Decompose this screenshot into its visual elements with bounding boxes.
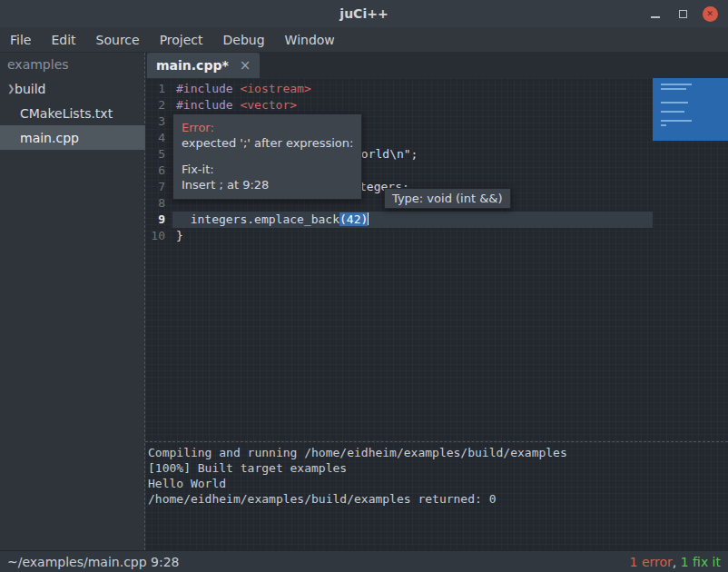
- fixit-count: 1 fix it: [681, 555, 721, 569]
- tree-item-label: CMakeLists.txt: [20, 106, 113, 121]
- tree-item-label: main.cpp: [20, 131, 79, 145]
- tab-label: main.cpp*: [156, 58, 229, 73]
- terminal-line: Hello World: [148, 476, 728, 491]
- map-code-line: [661, 124, 666, 126]
- line-number: 8: [145, 195, 172, 212]
- tree-item-main-cpp[interactable]: main.cpp: [0, 125, 145, 150]
- titlebar[interactable]: juCi++ ✕: [0, 0, 728, 27]
- code-editor[interactable]: 1#include <iostream>2#include <vector>34…: [145, 78, 728, 441]
- menu-file[interactable]: File: [0, 27, 41, 52]
- error-message: expected ';' after expression:: [182, 135, 353, 151]
- statusbar: ~/examples/main.cpp 9:28 1 error, 1 fix …: [0, 550, 728, 572]
- map-code-line: [661, 111, 684, 113]
- line-number: 10: [145, 228, 172, 244]
- tree-item-build[interactable]: ❯build: [0, 76, 145, 101]
- menu-window[interactable]: Window: [275, 27, 345, 52]
- file-tree: ❯buildCMakeLists.txtmain.cpp: [0, 76, 145, 150]
- tree-item-label: build: [15, 82, 45, 96]
- terminal-line: /home/eidheim/examples/build/examples re…: [148, 491, 728, 507]
- menubar: FileEditSourceProjectDebugWindow: [0, 27, 728, 53]
- line-number: 6: [145, 163, 172, 179]
- project-root-label: examples: [0, 53, 145, 76]
- status-separator: ,: [673, 555, 681, 569]
- type-tooltip: Type: void (int &&): [384, 188, 511, 209]
- maximize-button[interactable]: [669, 0, 696, 27]
- code-line-9[interactable]: 9 integers.emplace_back(42): [145, 212, 728, 228]
- line-text: #include <iostream>: [172, 81, 653, 97]
- diagnostic-summary: 1 error, 1 fix it: [630, 555, 721, 569]
- menu-source[interactable]: Source: [86, 27, 150, 52]
- map-code-line: [661, 88, 686, 90]
- tooltip-gap: [182, 151, 353, 162]
- menu-edit[interactable]: Edit: [41, 27, 85, 52]
- window-controls: ✕: [642, 0, 723, 27]
- menu-debug[interactable]: Debug: [213, 27, 275, 52]
- line-text: #include <vector>: [172, 97, 653, 113]
- tree-item-cmakelists-txt[interactable]: CMakeLists.txt: [0, 101, 145, 125]
- map-code-line: [661, 120, 692, 122]
- code-line-1[interactable]: 1#include <iostream>: [145, 81, 728, 97]
- line-text: }: [172, 228, 653, 244]
- fixit-message: Insert ; at 9:28: [182, 177, 353, 192]
- line-number: 5: [145, 146, 172, 163]
- map-code-line: [661, 102, 688, 104]
- window-title: juCi++: [339, 6, 388, 21]
- source-map-visible-region[interactable]: [653, 78, 728, 141]
- line-number: 9: [145, 212, 172, 228]
- tab-close-icon[interactable]: ×: [240, 59, 251, 73]
- error-label: Error:: [182, 120, 353, 135]
- close-button[interactable]: ✕: [696, 0, 723, 27]
- diagnostic-tooltip: Error: expected ';' after expression: Fi…: [172, 113, 362, 200]
- minimize-button[interactable]: [642, 0, 669, 27]
- close-icon: ✕: [703, 6, 718, 22]
- line-number: 2: [145, 97, 172, 113]
- line-text: integers.emplace_back(42): [172, 212, 653, 228]
- minimize-icon: [651, 16, 660, 18]
- file-tree-panel: examples ❯buildCMakeLists.txtmain.cpp: [0, 53, 145, 550]
- line-number: 4: [145, 130, 172, 146]
- tab-main-cpp[interactable]: main.cpp*×: [147, 53, 260, 78]
- line-number: 3: [145, 113, 172, 130]
- tabbar: main.cpp*×: [145, 53, 728, 78]
- map-code-line: [661, 84, 692, 85]
- code-line-10[interactable]: 10}: [145, 228, 728, 244]
- terminal-output[interactable]: Compiling and running /home/eidheim/exam…: [145, 441, 728, 550]
- menu-project[interactable]: Project: [150, 27, 213, 52]
- terminal-line: [100%] Built target examples: [148, 460, 728, 476]
- error-count: 1 error: [630, 555, 673, 569]
- chevron-right-icon[interactable]: ❯: [0, 84, 15, 94]
- line-number: 1: [145, 81, 172, 97]
- cursor-location: ~/examples/main.cpp 9:28: [7, 555, 180, 569]
- source-map[interactable]: [653, 78, 728, 441]
- maximize-icon: [679, 10, 687, 18]
- fixit-label: Fix-it:: [182, 162, 353, 177]
- text-caret: [368, 212, 369, 225]
- code-line-2[interactable]: 2#include <vector>: [145, 97, 728, 113]
- terminal-line: Compiling and running /home/eidheim/exam…: [148, 445, 728, 460]
- line-number: 7: [145, 179, 172, 195]
